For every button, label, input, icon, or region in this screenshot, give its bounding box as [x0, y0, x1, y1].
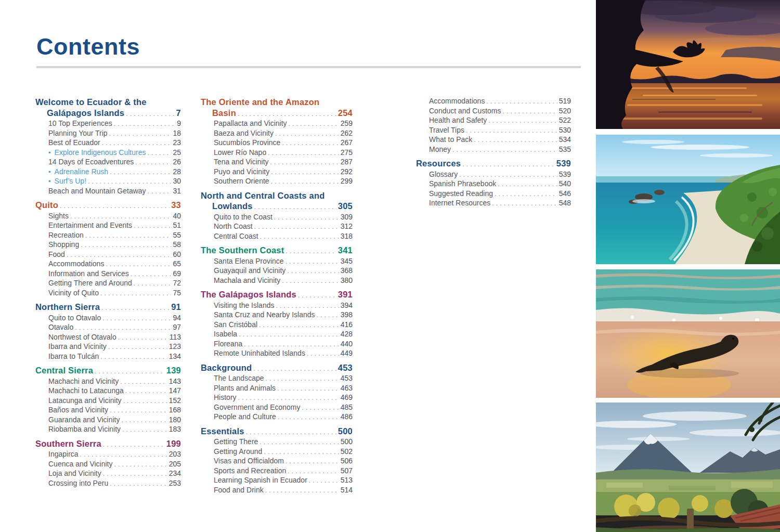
dot-leader: [102, 314, 171, 323]
dot-leader: [131, 270, 172, 279]
dot-leader: [259, 438, 339, 447]
toc-entry-label: Ingapirca: [48, 450, 79, 459]
toc-entry-label: Recreation: [48, 231, 84, 240]
dot-leader: [120, 378, 167, 387]
dot-leader: [271, 168, 339, 177]
toc-heading-label: Background: [201, 362, 252, 373]
toc-entry-label: Getting There and Around: [48, 279, 132, 288]
toc-entry-page: 548: [559, 199, 571, 208]
toc-entry-label: 10 Top Experiences: [48, 119, 112, 128]
dot-leader: [260, 232, 339, 242]
toc-entry-label: Information and Services: [48, 269, 129, 279]
toc-entry-label: Beach and Mountain Getaway: [48, 187, 146, 196]
toc-entry: Accommodations65: [35, 259, 181, 269]
toc-entry-label: Surf’s Up!: [55, 177, 86, 186]
toc-section: Background453The Landscape453Plants and …: [201, 362, 353, 422]
toc-entry-page: 262: [341, 129, 353, 138]
toc-entry: Floreana440: [201, 340, 353, 349]
toc-entry-page: 440: [341, 340, 353, 349]
toc-entry-page: 486: [341, 412, 353, 422]
toc-entry: Latacunga and Vicinity152: [35, 396, 181, 406]
toc-section-heading: Central Sierra139: [35, 365, 181, 377]
toc-entry-page: 234: [169, 469, 181, 478]
dot-leader: [122, 416, 167, 425]
toc-entry-label: Santa Cruz and Nearby Islands: [214, 310, 315, 320]
toc-section-heading: The Galápagos Islands391: [201, 289, 353, 301]
toc-entry-page: 539: [559, 170, 571, 179]
dot-leader: [60, 201, 170, 212]
toc-entry-label: Baeza and Vicinity: [214, 129, 274, 138]
toc-entry: Quito to the Coast309: [201, 213, 353, 223]
toc-heading-page: 199: [166, 438, 181, 449]
toc-heading-label: Essentials: [201, 426, 244, 437]
toc-entry: 10 Top Experiences9: [35, 119, 181, 129]
dot-leader: [288, 467, 339, 476]
dot-leader: [122, 425, 167, 435]
dot-leader: [466, 126, 557, 136]
dot-leader: [106, 260, 171, 269]
toc-entry-page: 205: [169, 460, 181, 469]
toc-section-heading: Lowlands305: [201, 201, 353, 213]
toc-entry-label: Health and Safety: [429, 116, 487, 125]
toc-entry-page: 534: [559, 135, 571, 145]
toc-entry-page: 65: [173, 259, 181, 269]
toc-entry-page: 267: [341, 138, 353, 148]
toc-entry: Ibarra to Tulcán134: [35, 352, 181, 362]
dot-leader: [264, 448, 339, 457]
toc-heading-page: 254: [338, 108, 353, 119]
dot-leader: [254, 202, 336, 213]
toc-entry-page: 540: [559, 179, 571, 189]
toc-entry-label: Papallacta and Vicinity: [214, 119, 287, 128]
toc-entry: Northwest of Otavalo113: [35, 333, 181, 343]
toc-entry: Machachi to Latacunga147: [35, 386, 181, 396]
toc-section-heading-line1: North and Central Coasts and: [201, 190, 353, 201]
toc-entry-page: 51: [173, 221, 181, 230]
toc-entry-page: 25: [173, 148, 181, 158]
toc-entry: Recreation55: [35, 231, 181, 241]
dot-leader: [459, 171, 557, 180]
dot-leader: [134, 279, 172, 289]
toc-section-heading: Northern Sierra91: [35, 302, 181, 314]
dot-leader: [462, 159, 555, 170]
toc-entry-page: 485: [341, 403, 353, 412]
toc-entry: Conduct and Customs520: [416, 107, 571, 116]
toc-entry-page: 72: [173, 279, 181, 288]
toc-entry-page: 113: [170, 333, 181, 342]
toc-entry-page: 345: [341, 257, 353, 266]
toc-section-heading: Southern Sierra199: [35, 438, 181, 450]
toc-entry-label: Learning Spanish in Ecuador: [214, 476, 307, 485]
toc-column-left: Welcome to Ecuador & theGalápagos Island…: [35, 97, 181, 488]
toc-entry: •Surf’s Up!30: [35, 177, 181, 187]
toc-entry: Papallacta and Vicinity259: [201, 119, 353, 129]
toc-entry-label: Visiting the Islands: [214, 301, 274, 310]
toc-entry: Visas and Officialdom506: [201, 457, 353, 466]
toc-entry-page: 97: [173, 323, 181, 332]
dot-leader: [302, 404, 339, 413]
toc-section: Essentials500Getting There500Getting Aro…: [201, 426, 353, 496]
bullet-icon: •: [48, 148, 51, 158]
toc-heading-label: Southern Sierra: [35, 438, 101, 449]
dot-leader: [88, 177, 171, 187]
toc-section-heading: Galápagos Islands7: [35, 108, 181, 120]
toc-entry: Government and Economy485: [201, 403, 353, 413]
dot-leader: [67, 251, 172, 260]
toc-entry-label: Sights: [48, 212, 69, 221]
toc-entry: Machala and Vicinity380: [201, 276, 353, 286]
toc-heading-label: Basin: [201, 108, 236, 119]
toc-entry-page: 299: [341, 177, 353, 186]
dot-leader: [266, 374, 339, 384]
toc-entry: Riobamba and Vicinity183: [35, 425, 181, 435]
toc-heading-page: 539: [556, 158, 571, 169]
toc-entry-label: Quito to the Coast: [214, 213, 272, 222]
dot-leader: [70, 212, 172, 222]
toc-entry-label: Machachi and Vicinity: [48, 377, 119, 386]
dot-leader: [103, 439, 165, 450]
toc-entry-page: 380: [341, 276, 353, 286]
toc-section-heading-line1: The Oriente and the Amazon: [201, 97, 353, 108]
toc-section-heading: Resources539: [416, 158, 571, 170]
dot-leader: [102, 139, 172, 148]
toc-entry-page: 500: [341, 437, 353, 447]
toc-section: Northern Sierra91Quito to Otavalo94Otava…: [35, 302, 181, 361]
page-title: Contents: [36, 33, 140, 60]
toc-heading-label: The Oriente and the Amazon: [201, 97, 319, 107]
